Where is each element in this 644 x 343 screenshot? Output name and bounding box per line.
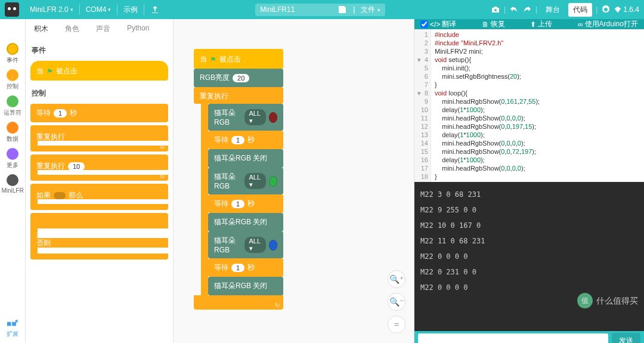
script-rgb-brightness[interactable]: RGB亮度20 xyxy=(194,69,283,87)
tab-python[interactable]: Python xyxy=(119,19,157,37)
cat-more[interactable]: 更多 xyxy=(7,148,18,169)
tab-sound[interactable]: 声音 xyxy=(88,19,119,37)
examples-button[interactable]: 示例 xyxy=(117,5,144,15)
port-menu[interactable]: COM4▾ xyxy=(80,5,117,14)
script-forever[interactable]: 重复执行 xyxy=(194,87,283,104)
svg-text:+: + xyxy=(17,319,18,323)
script-wait-3[interactable]: 等待1秒 xyxy=(208,258,283,277)
loop-arrow-icon: ↻ xyxy=(160,144,165,150)
filename-field-wrap: | 文件 ▾ xyxy=(255,4,385,16)
events-header: 事件 xyxy=(26,41,173,58)
settings-icon[interactable] xyxy=(601,5,611,14)
user-script[interactable]: 当 ⚑ 被点击 RGB亮度20 重复执行 猫耳朵RGBALL ▾ 等待1秒 猫耳… xyxy=(194,49,283,310)
block-if-else[interactable]: 如果那么 否则 xyxy=(30,213,168,259)
script-canvas[interactable]: 当 ⚑ 被点击 RGB亮度20 重复执行 猫耳朵RGBALL ▾ 等待1秒 猫耳… xyxy=(174,19,414,343)
control-header: 控制 xyxy=(26,84,173,101)
cat-control[interactable]: 控制 xyxy=(7,69,18,91)
cat-data[interactable]: 数据 xyxy=(7,122,18,143)
file-menu[interactable]: 文件 ▾ xyxy=(361,5,380,15)
script-ear-off-1[interactable]: 猫耳朵RGB 关闭 xyxy=(208,149,283,168)
code-content[interactable]: #include #include "MiniLFRV2.h" MiniLFRV… xyxy=(431,29,644,182)
tab-blocks[interactable]: 积木 xyxy=(26,19,57,37)
code-panel: </>翻译 🗎恢复 ⬆上传 ∞使用Arduino打开 1 2 3 ▾ 4 5 6… xyxy=(414,19,644,343)
top-bar: MiniLFR 2.0▾ COM4▾ 示例 | 文件 ▾ | | 舞台 代码 |… xyxy=(0,0,644,19)
cat-minilfr[interactable]: MiniLFR xyxy=(1,174,23,194)
block-wait[interactable]: 等待1秒 xyxy=(30,104,168,122)
zoom-out-button[interactable]: 🔍⁻ xyxy=(388,293,405,311)
serial-input[interactable] xyxy=(418,333,608,344)
script-forever-end[interactable]: ↻ xyxy=(194,295,283,310)
code-button[interactable]: 代码 xyxy=(568,3,592,17)
watermark-badge-icon: 值 xyxy=(577,293,593,308)
serial-send-row: 发送 xyxy=(414,331,644,343)
camera-icon[interactable] xyxy=(491,5,500,14)
script-ear-off-3[interactable]: 猫耳朵RGB 关闭 xyxy=(208,277,283,295)
script-hat[interactable]: 当 ⚑ 被点击 xyxy=(194,49,283,69)
flag-icon: ⚑ xyxy=(47,67,53,76)
block-if[interactable]: 如果那么 xyxy=(30,184,168,210)
flag-icon: ⚑ xyxy=(210,55,216,64)
open-arduino-button[interactable]: ∞使用Arduino打开 xyxy=(578,19,638,29)
upload-button[interactable]: ⬆上传 xyxy=(530,19,552,29)
script-wait-1[interactable]: 等待1秒 xyxy=(208,131,283,149)
category-sidebar: 积木 角色 声音 Python 事件 控制 运算符 数据 更多 MiniLFR … xyxy=(0,19,26,343)
zoom-in-button[interactable]: 🔍⁺ xyxy=(388,270,405,288)
stage-button[interactable]: 舞台 xyxy=(541,3,565,17)
filename-input[interactable] xyxy=(260,5,332,14)
script-ear-rgb-2[interactable]: 猫耳朵RGBALL ▾ xyxy=(208,168,283,194)
script-ear-off-2[interactable]: 猫耳朵RGB 关闭 xyxy=(208,213,283,231)
loop-arrow-icon: ↻ xyxy=(160,173,165,180)
block-palette: 事件 当 ⚑ 被点击 控制 等待1秒 重复执行 ↻ 重复执行10 ↻ 如果那么 … xyxy=(26,19,174,343)
zoom-controls: 🔍⁺ 🔍⁻ ＝ xyxy=(388,270,405,333)
block-when-flag-clicked[interactable]: 当 ⚑ 被点击 xyxy=(30,61,168,81)
zoom-reset-button[interactable]: ＝ xyxy=(388,316,405,333)
save-icon[interactable] xyxy=(338,5,347,14)
extensions-button[interactable]: + 扩展 xyxy=(7,319,18,338)
watermark: 值 什么值得买 xyxy=(577,293,638,308)
svg-rect-0 xyxy=(7,322,11,326)
svg-rect-1 xyxy=(12,322,16,326)
upload-icon[interactable] xyxy=(144,5,166,14)
tab-roles[interactable]: 角色 xyxy=(57,19,88,37)
translate-toggle[interactable]: </>翻译 xyxy=(420,19,456,29)
restore-button[interactable]: 🗎恢复 xyxy=(482,19,505,29)
script-wait-2[interactable]: 等待1秒 xyxy=(208,194,283,213)
script-ear-rgb-1[interactable]: 猫耳朵RGBALL ▾ xyxy=(208,104,283,131)
send-button[interactable]: 发送 xyxy=(612,333,640,343)
script-ear-rgb-3[interactable]: 猫耳朵RGBALL ▾ xyxy=(208,231,283,258)
cat-operators[interactable]: 运算符 xyxy=(4,95,21,117)
block-forever[interactable]: 重复执行 ↻ xyxy=(30,125,168,152)
app-logo-icon xyxy=(5,2,19,17)
block-repeat[interactable]: 重复执行10 ↻ xyxy=(30,154,168,181)
redo-icon[interactable] xyxy=(522,5,532,14)
serial-console[interactable]: M22 3 0 68 231 M22 9 255 0 0 M22 10 0 16… xyxy=(414,182,644,331)
product-menu[interactable]: MiniLFR 2.0▾ xyxy=(24,5,79,14)
undo-icon[interactable] xyxy=(509,5,519,14)
line-gutter: 1 2 3 ▾ 4 5 6 7 ▾ 8 9 10 11 12 13 14 15 … xyxy=(414,29,431,182)
code-editor[interactable]: 1 2 3 ▾ 4 5 6 7 ▾ 8 9 10 11 12 13 14 15 … xyxy=(414,29,644,182)
cat-events[interactable]: 事件 xyxy=(7,43,18,64)
loop-arrow-icon: ↻ xyxy=(275,302,280,308)
version-label: 1.6.4 xyxy=(614,5,639,14)
